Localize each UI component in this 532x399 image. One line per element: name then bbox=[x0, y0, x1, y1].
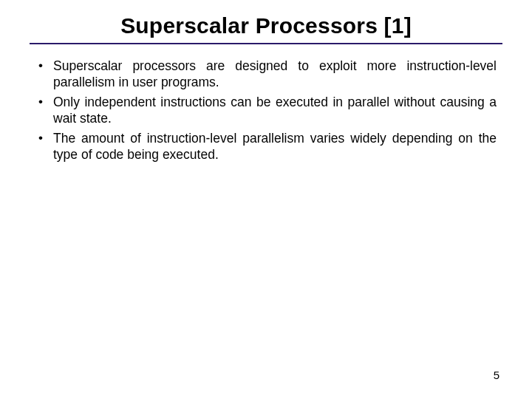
title-underline bbox=[30, 43, 502, 44]
bullet-list: Superscalar processors are designed to e… bbox=[30, 58, 502, 163]
slide: Superscalar Processors [1] Superscalar p… bbox=[0, 0, 532, 399]
bullet-item: The amount of instruction-level parallel… bbox=[35, 130, 497, 163]
page-number: 5 bbox=[494, 369, 499, 381]
bullet-item: Only independent instructions can be exe… bbox=[35, 94, 497, 127]
slide-title: Superscalar Processors [1] bbox=[30, 13, 502, 38]
bullet-item: Superscalar processors are designed to e… bbox=[35, 58, 497, 91]
